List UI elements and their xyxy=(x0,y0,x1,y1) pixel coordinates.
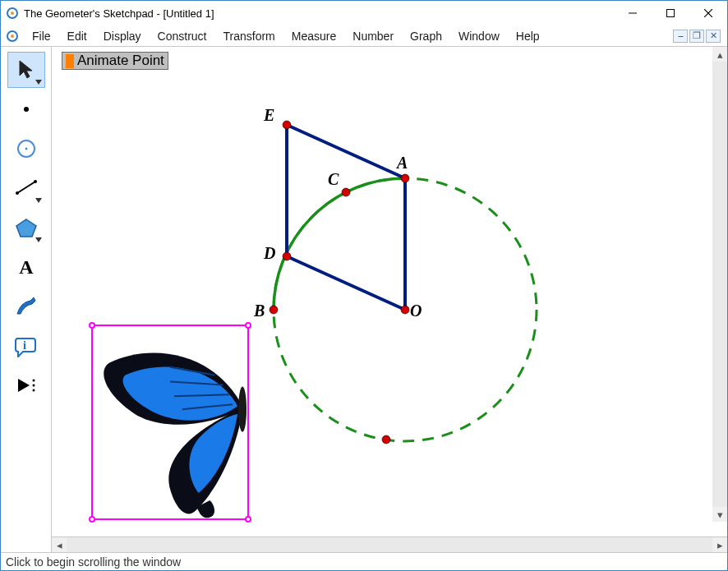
svg-text:A: A xyxy=(19,256,34,278)
svg-point-10 xyxy=(25,148,27,150)
point-D[interactable] xyxy=(283,252,291,260)
svg-marker-17 xyxy=(18,379,30,392)
doc-icon xyxy=(6,30,19,43)
point-A[interactable] xyxy=(401,174,409,182)
svg-rect-3 xyxy=(667,10,675,17)
svg-point-18 xyxy=(32,380,35,382)
menu-window[interactable]: Window xyxy=(450,27,508,45)
label-C[interactable]: C xyxy=(328,170,339,189)
compass-icon xyxy=(15,137,38,160)
svg-point-7 xyxy=(11,35,14,38)
segment-EA[interactable] xyxy=(287,125,405,178)
menu-help[interactable]: Help xyxy=(508,27,548,45)
status-text: Click to begin scrolling the window xyxy=(6,555,181,569)
vertical-scrollbar[interactable]: ▴ ▾ xyxy=(712,47,727,522)
marker-icon xyxy=(14,296,39,317)
mdi-minimize-button[interactable]: ‒ xyxy=(673,30,688,43)
horizontal-scrollbar[interactable]: ◂ ▸ xyxy=(52,537,727,552)
submenu-indicator-icon xyxy=(35,80,42,85)
resize-handle-br[interactable] xyxy=(245,516,251,523)
tool-marker[interactable] xyxy=(7,288,45,325)
close-button[interactable] xyxy=(689,1,727,25)
tool-compass[interactable] xyxy=(7,131,45,167)
sketch-canvas[interactable]: Animate Point xyxy=(52,47,727,537)
minimize-button[interactable] xyxy=(614,1,652,25)
arrow-icon xyxy=(15,58,38,81)
svg-text:i: i xyxy=(23,339,26,352)
tool-information[interactable]: i xyxy=(7,328,45,364)
menu-transform[interactable]: Transform xyxy=(215,27,283,45)
label-D[interactable]: D xyxy=(264,244,275,263)
svg-point-19 xyxy=(32,385,35,387)
canvas-area: Animate Point xyxy=(52,47,727,552)
svg-point-20 xyxy=(32,389,35,392)
menu-edit[interactable]: Edit xyxy=(59,27,95,45)
menu-construct[interactable]: Construct xyxy=(150,27,215,45)
body: A i Animate Point xyxy=(1,47,727,552)
toolbox: A i xyxy=(1,47,52,552)
status-bar: Click to begin scrolling the window xyxy=(1,552,727,570)
svg-point-12 xyxy=(16,191,19,195)
point-O[interactable] xyxy=(401,306,409,314)
tool-custom[interactable] xyxy=(7,367,45,403)
menu-file[interactable]: File xyxy=(24,27,59,45)
scroll-right-button[interactable]: ▸ xyxy=(712,537,727,552)
app-icon xyxy=(6,7,19,20)
svg-point-13 xyxy=(34,180,37,183)
butterfly-image xyxy=(93,326,247,518)
scroll-down-button[interactable]: ▾ xyxy=(712,507,727,522)
point-C[interactable] xyxy=(342,188,350,196)
tool-selection-arrow[interactable] xyxy=(7,52,45,88)
h-scroll-track[interactable] xyxy=(67,537,712,552)
window-controls xyxy=(614,1,727,25)
window-title: The Geometer's Sketchpad - [Untitled 1] xyxy=(24,7,214,20)
scroll-left-button[interactable]: ◂ xyxy=(52,537,67,552)
menu-graph[interactable]: Graph xyxy=(402,27,450,45)
tool-point[interactable] xyxy=(7,91,45,127)
submenu-indicator-icon xyxy=(35,237,42,242)
text-icon: A xyxy=(15,256,38,279)
tool-polygon[interactable] xyxy=(7,210,45,246)
custom-tool-icon xyxy=(15,375,38,395)
svg-line-11 xyxy=(17,182,35,193)
scroll-up-button[interactable]: ▴ xyxy=(712,47,727,62)
app-window: The Geometer's Sketchpad - [Untitled 1] … xyxy=(0,0,728,571)
label-A[interactable]: A xyxy=(397,154,408,173)
point-B[interactable] xyxy=(270,306,278,314)
point-icon xyxy=(18,101,35,117)
info-icon: i xyxy=(14,334,39,357)
maximize-button[interactable] xyxy=(652,1,689,25)
menu-display[interactable]: Display xyxy=(95,27,150,45)
straightedge-icon xyxy=(14,178,39,198)
image-frame[interactable] xyxy=(91,325,249,520)
tool-straightedge[interactable] xyxy=(7,170,45,206)
point-bottom[interactable] xyxy=(382,435,390,444)
resize-handle-tr[interactable] xyxy=(245,322,251,329)
arc-solid[interactable] xyxy=(274,178,405,310)
point-E[interactable] xyxy=(283,121,291,129)
svg-marker-14 xyxy=(16,219,36,237)
submenu-indicator-icon xyxy=(35,198,42,203)
segment-OD[interactable] xyxy=(287,256,405,310)
svg-point-8 xyxy=(24,107,29,112)
resize-handle-tl[interactable] xyxy=(89,322,95,329)
label-E[interactable]: E xyxy=(264,106,274,125)
resize-handle-bl[interactable] xyxy=(89,516,95,523)
menu-bar: File Edit Display Construct Transform Me… xyxy=(1,25,727,47)
tool-text[interactable]: A xyxy=(7,249,45,285)
mdi-controls: ‒ ❐ ✕ xyxy=(673,30,724,43)
mdi-restore-button[interactable]: ❐ xyxy=(689,30,704,43)
polygon-icon xyxy=(14,216,39,239)
title-bar: The Geometer's Sketchpad - [Untitled 1] xyxy=(1,1,727,25)
menu-measure[interactable]: Measure xyxy=(283,27,344,45)
svg-point-21 xyxy=(238,386,247,431)
label-B[interactable]: B xyxy=(254,302,265,320)
mdi-close-button[interactable]: ✕ xyxy=(706,30,721,43)
svg-point-1 xyxy=(11,12,14,15)
menu-number[interactable]: Number xyxy=(344,27,402,45)
v-scroll-track[interactable] xyxy=(712,62,727,507)
label-O[interactable]: O xyxy=(410,302,422,320)
